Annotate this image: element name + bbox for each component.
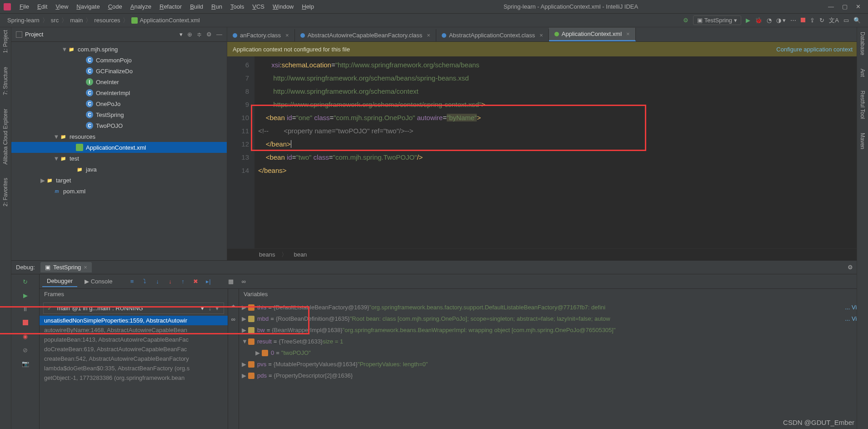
left-tab[interactable]: 1: Project [2, 30, 9, 53]
lang-icon[interactable]: 文A [829, 16, 839, 25]
menu-edit[interactable]: Edit [34, 2, 50, 11]
menu-file[interactable]: File [16, 2, 32, 11]
minimize-button[interactable]: — [828, 3, 834, 10]
stack-frame[interactable]: getObject:-1, 1773283386 (org.springfram… [40, 373, 228, 383]
menu-analyze[interactable]: Analyze [127, 2, 155, 11]
stack-frame[interactable]: createBean:542, AbstractAutowireCapableB… [40, 354, 228, 363]
trace-icon[interactable]: ∞ [239, 277, 249, 287]
force-step-icon[interactable]: ↓ [165, 277, 175, 287]
resume-icon[interactable]: ▶ [21, 291, 30, 300]
left-tab[interactable]: 2: Favorites [2, 178, 9, 207]
editor-tab[interactable]: anFactory.class× [227, 29, 295, 41]
run-button[interactable]: ▶ [746, 17, 750, 24]
stack-frame[interactable]: autowireByName:1468, AbstractAutowireCap… [40, 325, 228, 335]
search-icon[interactable]: 🔍 [853, 17, 861, 24]
menu-build[interactable]: Build [187, 2, 206, 11]
menu-window[interactable]: Window [269, 2, 297, 11]
camera-icon[interactable]: 📷 [21, 359, 30, 368]
tree-node[interactable]: java [11, 164, 227, 175]
show-exec-icon[interactable]: ≡ [127, 277, 137, 287]
evaluate-icon[interactable]: ▦ [226, 277, 236, 287]
tree-node[interactable]: ▼resources [11, 131, 227, 142]
drop-frame-icon[interactable]: ✖ [190, 277, 200, 287]
attach-button[interactable]: ⋯ [790, 17, 796, 24]
thread-selector[interactable]: "main"@1 in g...main": RUNNING▾ ↓▼ [43, 303, 224, 314]
run-to-cursor-icon[interactable]: ▸| [203, 277, 213, 287]
menu-help[interactable]: Help [299, 2, 317, 11]
mute-icon[interactable]: ⊘ [21, 345, 30, 354]
tree-node[interactable]: ▼com.mjh.spring [11, 44, 227, 55]
tree-node[interactable]: CTwoPOJO [11, 120, 227, 131]
menu-tools[interactable]: Tools [227, 2, 247, 11]
close-button[interactable]: ✕ [856, 3, 861, 10]
tree-node[interactable]: COnePoJo [11, 98, 227, 109]
stack-frame[interactable]: unsatisfiedNonSimpleProperties:1559, Abs… [40, 316, 228, 325]
stack-frame[interactable]: doCreateBean:619, AbstractAutowireCapabl… [40, 344, 228, 354]
breadcrumb-item[interactable]: src [51, 17, 59, 24]
variable-row[interactable]: ▶0 = "twoPOJO" [239, 347, 868, 358]
pause-icon[interactable]: ⏸ [21, 304, 30, 313]
editor-tab[interactable]: AbstractAutowireCapableBeanFactory.class… [295, 29, 436, 41]
stop-button[interactable] [801, 17, 805, 24]
right-tab[interactable]: Database [859, 32, 866, 55]
loop-icon[interactable]: ∞ [231, 316, 235, 323]
breakpoints-icon[interactable]: ◉ [21, 332, 30, 341]
variable-row[interactable]: ▶pvs = {MutablePropertyValues@1634} "Pro… [239, 358, 868, 370]
breadcrumb-item[interactable]: main [70, 17, 83, 24]
breadcrumb-item[interactable]: resources [94, 17, 120, 24]
stack-frame[interactable]: lambda$doGetBean$0:335, AbstractBeanFact… [40, 363, 228, 373]
menu-run[interactable]: Run [208, 2, 225, 11]
hide-icon[interactable]: — [216, 31, 222, 38]
coverage-button[interactable]: ◔ [767, 17, 772, 24]
left-tab[interactable]: Alibaba Cloud Explorer [2, 109, 9, 165]
tree-node[interactable]: ▶target [11, 175, 227, 186]
variable-row[interactable]: ▶mbd = {RootBeanDefinition@1635} "Root b… [239, 313, 868, 324]
add-watch-icon[interactable]: + [232, 303, 235, 309]
breadcrumb-item[interactable]: Spring-learn [7, 17, 40, 24]
update-icon[interactable]: ↻ [819, 17, 824, 24]
menu-vcs[interactable]: VCS [249, 2, 268, 11]
ide-icon[interactable]: ▭ [843, 17, 849, 24]
project-tree[interactable]: ▼com.mjh.springCCommonPojoCGCFinalizeDoI… [11, 42, 227, 260]
left-tab[interactable]: 7: Structure [2, 67, 9, 95]
debug-config-tab[interactable]: ▣ TestSpring × [40, 262, 92, 273]
tree-node[interactable]: ▼test [11, 153, 227, 164]
step-into-icon[interactable]: ↓ [152, 277, 162, 287]
tree-node[interactable]: CTestSpring [11, 109, 227, 120]
menu-code[interactable]: Code [105, 2, 125, 11]
git-icon[interactable]: ⇪ [810, 17, 815, 24]
stop2-icon[interactable] [21, 318, 30, 327]
rerun-icon[interactable]: ↻ [21, 277, 30, 286]
variable-row[interactable]: ▶bw = {BeanWrapperImpl@1638} "org.spring… [239, 324, 868, 336]
variable-row[interactable]: ▶this = {DefaultListableBeanFactory@1639… [239, 302, 868, 313]
menu-navigate[interactable]: Navigate [73, 2, 103, 11]
tree-node[interactable]: CCommonPojo [11, 55, 227, 66]
menu-view[interactable]: View [52, 2, 71, 11]
menu-refactor[interactable]: Refactor [156, 2, 185, 11]
right-tab[interactable]: Ant [859, 69, 866, 77]
profile-button[interactable]: ◑ ▾ [776, 17, 786, 24]
step-over-icon[interactable]: ⤵ [140, 277, 150, 287]
breadcrumb-item[interactable]: ApplicationContext.xml [140, 17, 200, 24]
variable-row[interactable]: ▶pds = {PropertyDescriptor[2]@1636} [239, 370, 868, 381]
expand-icon[interactable]: ≑ [197, 31, 202, 38]
locate-icon[interactable]: ⊕ [187, 31, 192, 38]
gear-icon[interactable]: ⚙ [206, 31, 212, 38]
run-config-combo[interactable]: ▣ TestSpring ▾ [693, 15, 741, 25]
code-area[interactable]: 67891011121314 xsi:schemaLocation="http:… [227, 56, 868, 248]
editor-tab[interactable]: ApplicationContext.xml× [549, 28, 636, 41]
editor-tab[interactable]: AbstractApplicationContext.class× [436, 29, 549, 41]
stack-frame[interactable]: populateBean:1413, AbstractAutowireCapab… [40, 335, 228, 344]
editor-breadcrumb[interactable]: beans〉bean [227, 248, 868, 260]
tree-node[interactable]: IOneInter [11, 76, 227, 87]
tree-node[interactable]: ApplicationContext.xml [11, 142, 227, 153]
debugger-tab[interactable]: Debugger [42, 276, 77, 287]
tree-node[interactable]: mpom.xml [11, 186, 227, 197]
console-tab[interactable]: ▶ Console [80, 276, 117, 287]
step-out-icon[interactable]: ↑ [178, 277, 188, 287]
code-lines[interactable]: xsi:schemaLocation="http://www.springfra… [254, 56, 868, 248]
maximize-button[interactable]: ▢ [842, 3, 848, 10]
tree-node[interactable]: CGCFinalizeDo [11, 66, 227, 76]
right-tab[interactable]: Maven [859, 133, 866, 149]
right-tab[interactable]: Restful Tool [859, 91, 866, 119]
